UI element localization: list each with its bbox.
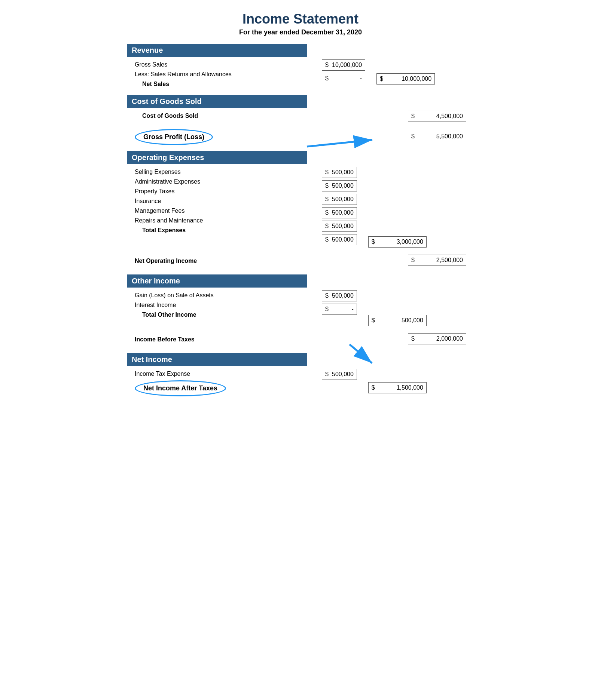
total-other-income-cell: $ 500,000 — [368, 315, 427, 326]
income-before-taxes-section: Income Before Taxes $ 2,000,000 — [127, 333, 474, 346]
cogs-header: Cost of Goods Sold — [127, 95, 307, 108]
net-income-after-taxes-row: Net Income After Taxes — [127, 379, 322, 398]
selling-expenses-cell: $ 500,000 — [322, 167, 357, 178]
other-income-section: Other Income Gain (Loss) on Sale of Asse… — [127, 274, 474, 327]
gross-profit-arrow — [299, 132, 385, 154]
page-subtitle: For the year ended December 31, 2020 — [127, 28, 474, 36]
property-taxes-label: Property Taxes — [127, 187, 322, 196]
gross-profit-section: Gross Profit (Loss) — [127, 129, 474, 145]
net-operating-income-label: Net Operating Income — [127, 256, 322, 266]
property-taxes-cell: $ 500,000 — [322, 194, 357, 205]
income-before-taxes-label: Income Before Taxes — [127, 335, 322, 344]
repairs-maintenance-cell: $ 500,000 — [322, 234, 357, 245]
gross-sales-label: Gross Sales — [127, 60, 322, 70]
net-income-after-taxes-cell: $ 1,500,000 — [368, 382, 427, 393]
income-tax-expense-label: Income Tax Expense — [127, 369, 322, 379]
other-income-header: Other Income — [127, 274, 307, 288]
gross-sales-cell: $ 10,000,000 — [322, 59, 365, 71]
net-sales-label: Net Sales — [127, 79, 322, 89]
cogs-label: Cost of Goods Sold — [127, 111, 322, 121]
insurance-cell: $ 500,000 — [322, 207, 357, 218]
admin-expenses-cell: $ 500,000 — [322, 180, 357, 191]
total-expenses-label: Total Expenses — [127, 225, 322, 235]
revenue-section: Revenue Gross Sales Less: Sales Returns … — [127, 44, 474, 89]
net-operating-income-cell: $ 2,500,000 — [408, 255, 466, 266]
income-before-taxes-cell: $ 2,000,000 — [408, 333, 466, 344]
operating-expenses-header: Operating Expenses — [127, 151, 307, 164]
page-title: Income Statement — [127, 11, 474, 27]
total-expenses-cell: $ 3,000,000 — [368, 236, 427, 248]
management-fees-cell: $ 500,000 — [322, 221, 357, 232]
revenue-header: Revenue — [127, 44, 307, 57]
repairs-maintenance-label: Repairs and Maintenance — [127, 216, 322, 225]
sales-returns-cell: $ - — [322, 73, 365, 84]
cogs-section: Cost of Goods Sold Cost of Goods Sold $ … — [127, 95, 474, 123]
interest-income-label: Interest Income — [127, 300, 322, 310]
management-fees-label: Management Fees — [127, 206, 322, 216]
gain-loss-label: Gain (Loss) on Sale of Assets — [127, 291, 322, 300]
svg-line-1 — [307, 140, 372, 147]
total-other-income-label: Total Other Income — [127, 310, 322, 320]
net-sales-cell: $ 10,000,000 — [376, 73, 435, 85]
net-income-header: Net Income — [127, 353, 307, 366]
net-income-arrow — [338, 341, 398, 371]
net-income-section: Net Income Income Tax Expense Net Income… — [127, 353, 474, 398]
gain-loss-cell: $ 500,000 — [322, 290, 357, 301]
net-operating-income-section: Net Operating Income $ 2,500,000 — [127, 255, 474, 267]
gross-profit-label: Gross Profit (Loss) — [135, 129, 213, 145]
page-container: Income Statement For the year ended Dece… — [127, 11, 474, 398]
gross-profit-cell: $ 5,500,000 — [408, 131, 466, 142]
svg-line-3 — [350, 344, 372, 363]
operating-expenses-section: Operating Expenses Selling Expenses Admi… — [127, 151, 474, 249]
sales-returns-label: Less: Sales Returns and Allowances — [127, 70, 322, 79]
admin-expenses-label: Administrative Expenses — [127, 177, 322, 187]
net-income-after-taxes-label: Net Income After Taxes — [135, 380, 226, 396]
insurance-label: Insurance — [127, 196, 322, 206]
selling-expenses-label: Selling Expenses — [127, 167, 322, 177]
interest-income-cell: $ - — [322, 304, 357, 315]
cogs-cell: $ 4,500,000 — [408, 111, 466, 122]
